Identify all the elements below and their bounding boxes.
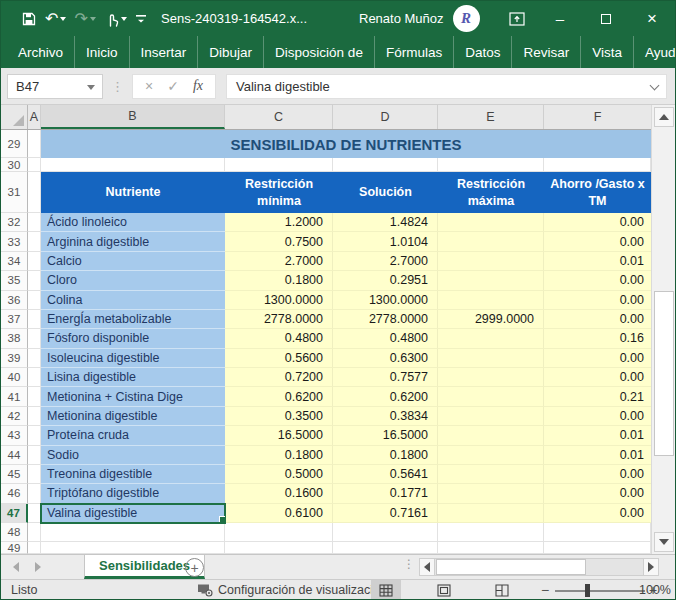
ribbon-tab-archivo[interactable]: Archivo: [7, 45, 74, 60]
saving-cost-cell[interactable]: 0.00: [544, 484, 651, 503]
min-restriction-cell[interactable]: 0.6200: [225, 387, 333, 406]
solution-cell[interactable]: 0.3834: [333, 407, 438, 426]
min-restriction-cell[interactable]: 0.5000: [225, 465, 333, 484]
solution-cell[interactable]: 0.1771: [333, 484, 438, 503]
min-restriction-cell[interactable]: 16.5000: [225, 426, 333, 445]
nutrient-cell[interactable]: Arginina digestible: [41, 232, 225, 251]
cell[interactable]: [28, 291, 41, 310]
nutrient-cell[interactable]: Triptófano digestible: [41, 484, 225, 503]
nutrient-cell[interactable]: Calcio: [41, 252, 225, 271]
header-cell-restriccion-minima[interactable]: Restricción mínima: [225, 172, 333, 213]
solution-cell[interactable]: 0.7577: [333, 368, 438, 387]
row-header[interactable]: 46: [1, 484, 28, 503]
header-cell-nutriente[interactable]: Nutriente: [41, 172, 225, 213]
ribbon-display-options-button[interactable]: [497, 1, 537, 36]
row-header[interactable]: 39: [1, 349, 28, 368]
nutrient-cell[interactable]: Metionina digestible: [41, 407, 225, 426]
min-restriction-cell[interactable]: 2778.0000: [225, 310, 333, 329]
nutrient-cell[interactable]: Proteína cruda: [41, 426, 225, 445]
saving-cost-cell[interactable]: 0.00: [544, 213, 651, 232]
cell[interactable]: [225, 523, 333, 542]
ribbon-tab-inicio[interactable]: Inicio: [75, 45, 129, 60]
min-restriction-cell[interactable]: 1.2000: [225, 213, 333, 232]
ribbon-tab-vista[interactable]: Vista: [581, 45, 633, 60]
zoom-level[interactable]: 100%: [639, 583, 671, 597]
expand-formula-bar-icon[interactable]: [650, 80, 660, 90]
zoom-slider-thumb[interactable]: [585, 584, 590, 597]
header-cell-solucion[interactable]: Solución: [333, 172, 438, 213]
name-box-dropdown-icon[interactable]: [87, 85, 95, 90]
row-header[interactable]: 49: [1, 542, 28, 554]
column-header-d[interactable]: D: [333, 105, 438, 129]
cell[interactable]: [28, 349, 41, 368]
page-layout-view-button[interactable]: [429, 580, 459, 600]
formula-input[interactable]: Valina digestible: [226, 74, 667, 99]
max-restriction-cell[interactable]: [438, 504, 544, 523]
cell[interactable]: [544, 523, 651, 542]
solution-cell[interactable]: 2.7000: [333, 252, 438, 271]
solution-cell[interactable]: 0.7161: [333, 504, 438, 523]
solution-cell[interactable]: 0.1800: [333, 446, 438, 465]
cell[interactable]: [28, 387, 41, 406]
max-restriction-cell[interactable]: [438, 271, 544, 290]
row-header[interactable]: 45: [1, 465, 28, 484]
ribbon-tab-disposici-n-de[interactable]: Disposición de: [264, 45, 374, 60]
max-restriction-cell[interactable]: [438, 368, 544, 387]
max-restriction-cell[interactable]: [438, 329, 544, 348]
min-restriction-cell[interactable]: 0.7500: [225, 232, 333, 251]
redo-button[interactable]: ↷: [72, 7, 97, 31]
row-header[interactable]: 31: [1, 172, 28, 213]
min-restriction-cell[interactable]: 1300.0000: [225, 291, 333, 310]
solution-cell[interactable]: 1300.0000: [333, 291, 438, 310]
cell[interactable]: [28, 465, 41, 484]
nutrient-cell[interactable]: Ácido linoleico: [41, 213, 225, 232]
row-header[interactable]: 35: [1, 271, 28, 290]
row-header[interactable]: 43: [1, 426, 28, 445]
cell[interactable]: [438, 542, 544, 554]
close-button[interactable]: ×: [629, 1, 675, 36]
saving-cost-cell[interactable]: 0.00: [544, 368, 651, 387]
nutrient-cell[interactable]: Colina: [41, 291, 225, 310]
cancel-entry-button[interactable]: ×: [145, 78, 153, 94]
cell[interactable]: [28, 130, 41, 158]
max-restriction-cell[interactable]: 2999.0000: [438, 310, 544, 329]
row-header[interactable]: 33: [1, 232, 28, 251]
normal-view-button[interactable]: [371, 580, 401, 600]
column-header-e[interactable]: E: [438, 105, 544, 129]
select-all-button[interactable]: [1, 105, 28, 129]
solution-cell[interactable]: 0.2951: [333, 271, 438, 290]
nutrient-cell[interactable]: Treonina digestible: [41, 465, 225, 484]
vertical-scrollbar-thumb[interactable]: [654, 291, 674, 456]
cell[interactable]: [28, 271, 41, 290]
cell[interactable]: [28, 232, 41, 251]
zoom-slider-track[interactable]: [555, 590, 645, 592]
cell[interactable]: [28, 407, 41, 426]
ribbon-tab-ayuda[interactable]: Ayuda: [634, 45, 676, 60]
previous-sheet-button[interactable]: [13, 562, 19, 572]
min-restriction-cell[interactable]: 0.1800: [225, 271, 333, 290]
solution-cell[interactable]: 2778.0000: [333, 310, 438, 329]
min-restriction-cell[interactable]: 0.1600: [225, 484, 333, 503]
cell[interactable]: [28, 158, 41, 172]
maximize-button[interactable]: [583, 1, 629, 36]
column-header-c[interactable]: C: [225, 105, 333, 129]
max-restriction-cell[interactable]: [438, 446, 544, 465]
cell[interactable]: [28, 446, 41, 465]
cell[interactable]: [28, 172, 41, 213]
cell[interactable]: [28, 504, 41, 523]
avatar[interactable]: R: [453, 5, 480, 32]
row-header[interactable]: 40: [1, 368, 28, 387]
min-restriction-cell[interactable]: 0.7200: [225, 368, 333, 387]
nutrient-cell[interactable]: Metionina + Cistina Dige: [41, 387, 225, 406]
enter-entry-button[interactable]: ✓: [167, 78, 179, 94]
cell[interactable]: [28, 484, 41, 503]
saving-cost-cell[interactable]: 0.00: [544, 465, 651, 484]
min-restriction-cell[interactable]: 0.3500: [225, 407, 333, 426]
saving-cost-cell[interactable]: 0.00: [544, 271, 651, 290]
cell[interactable]: [28, 426, 41, 445]
cell[interactable]: [438, 158, 544, 172]
zoom-out-button[interactable]: −: [541, 582, 549, 598]
column-header-a[interactable]: A: [28, 105, 41, 129]
ribbon-tab-datos[interactable]: Datos: [454, 45, 511, 60]
saving-cost-cell[interactable]: 0.00: [544, 504, 651, 523]
